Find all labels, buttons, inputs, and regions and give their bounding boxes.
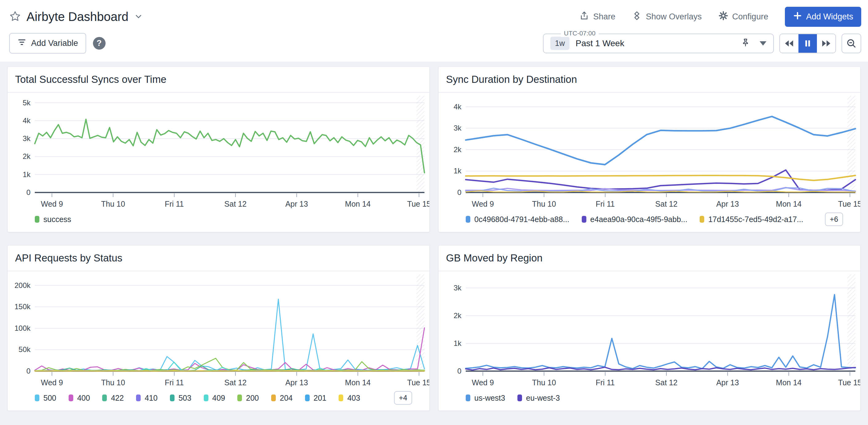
pause-button[interactable] xyxy=(799,34,817,53)
legend-overflow-badge[interactable]: +6 xyxy=(825,212,843,226)
legend-item[interactable]: 500 xyxy=(35,394,56,402)
share-button[interactable]: Share xyxy=(579,11,615,23)
svg-text:Fri 11: Fri 11 xyxy=(596,200,615,208)
svg-text:3k: 3k xyxy=(23,134,31,143)
svg-text:2k: 2k xyxy=(454,145,462,154)
legend-label: 410 xyxy=(145,394,158,402)
legend-item[interactable]: 200 xyxy=(237,394,259,402)
svg-text:Fri 11: Fri 11 xyxy=(165,378,184,387)
svg-text:Mon 14: Mon 14 xyxy=(345,200,371,208)
widget-title: Total Successful Syncs over Time xyxy=(8,67,429,93)
chart-legend: 0c49680d-4791-4ebb-a88...e4aea90a-90ca-4… xyxy=(439,209,860,232)
legend-label: success xyxy=(43,215,71,224)
configure-button[interactable]: Configure xyxy=(718,11,768,23)
legend-item[interactable]: us-west3 xyxy=(466,394,505,402)
legend-color-chip xyxy=(102,395,107,401)
widget-title: GB Moved by Region xyxy=(439,245,860,271)
show-overlays-button[interactable]: Show Overlays xyxy=(632,11,702,23)
add-widgets-button[interactable]: Add Widgets xyxy=(785,7,861,27)
line-chart[interactable]: 4k3k2k1k0Wed 9Thu 10Fri 11Sat 12Apr 13Mo… xyxy=(439,93,860,209)
zoom-out-button[interactable] xyxy=(841,34,861,53)
dropdown-caret-icon[interactable] xyxy=(760,41,767,45)
line-chart[interactable]: 3k2k1k0Wed 9Thu 10Fri 11Sat 12Apr 13Mon … xyxy=(439,271,860,388)
legend-item[interactable]: success xyxy=(35,215,71,224)
svg-text:2k: 2k xyxy=(23,152,31,160)
time-range-picker[interactable]: UTC-07:00 1w Past 1 Week xyxy=(543,34,774,53)
legend-item[interactable]: 0c49680d-4791-4ebb-a88... xyxy=(466,215,569,224)
svg-text:Sat 12: Sat 12 xyxy=(655,378,678,387)
legend-item[interactable]: e4aea90a-90ca-49f5-9abb... xyxy=(582,215,688,224)
legend-label: 17d1455c-7ed5-49d2-a17... xyxy=(708,215,803,224)
svg-text:Tue 15: Tue 15 xyxy=(838,200,860,208)
star-icon[interactable] xyxy=(9,10,21,23)
legend-item[interactable]: 204 xyxy=(271,394,293,402)
svg-text:Apr 13: Apr 13 xyxy=(716,200,739,208)
legend-overflow-badge[interactable]: +4 xyxy=(394,391,412,405)
legend-label: 500 xyxy=(43,394,56,402)
legend-item[interactable]: 400 xyxy=(69,394,90,402)
legend-color-chip xyxy=(204,395,208,401)
legend-color-chip xyxy=(305,395,310,401)
line-chart[interactable]: 200k150k100k50k0Wed 9Thu 10Fri 11Sat 12A… xyxy=(8,271,429,388)
svg-text:Fri 11: Fri 11 xyxy=(596,378,615,387)
chevron-down-icon[interactable] xyxy=(134,12,143,22)
svg-text:0: 0 xyxy=(457,188,461,196)
legend-item[interactable]: 410 xyxy=(136,394,158,402)
legend-color-chip xyxy=(170,395,175,401)
overlays-icon xyxy=(632,11,642,23)
gear-icon xyxy=(718,11,728,23)
svg-text:Apr 13: Apr 13 xyxy=(285,200,308,208)
svg-text:Sat 12: Sat 12 xyxy=(224,200,247,208)
svg-text:2k: 2k xyxy=(454,311,462,320)
legend-item[interactable]: 201 xyxy=(305,394,327,402)
svg-text:Sat 12: Sat 12 xyxy=(224,378,247,387)
time-nav-group xyxy=(779,34,836,53)
svg-text:4k: 4k xyxy=(454,102,462,111)
svg-text:1k: 1k xyxy=(454,166,462,175)
svg-text:0: 0 xyxy=(27,367,30,375)
time-backward-button[interactable] xyxy=(780,34,799,53)
svg-text:Apr 13: Apr 13 xyxy=(716,378,739,387)
filter-icon xyxy=(17,37,27,49)
legend-item[interactable]: 503 xyxy=(170,394,191,402)
configure-label: Configure xyxy=(732,12,768,22)
pin-icon[interactable] xyxy=(741,38,750,49)
svg-text:5k: 5k xyxy=(23,98,31,107)
show-overlays-label: Show Overlays xyxy=(646,12,702,22)
toolbar-row: Add Variable ? UTC-07:00 1w Past 1 Week xyxy=(0,29,868,62)
dashboard-grid: Total Successful Syncs over Time 5k4k3k2… xyxy=(0,62,868,418)
svg-text:200k: 200k xyxy=(14,281,31,290)
dashboard-title-group[interactable]: Airbyte Dashboard xyxy=(9,10,143,24)
widget-api-requests-by-status: API Requests by Status 200k150k100k50k0W… xyxy=(7,245,430,411)
chart-legend: us-west3eu-west-3 xyxy=(439,388,860,411)
svg-text:3k: 3k xyxy=(454,284,462,292)
svg-text:Tue 15: Tue 15 xyxy=(838,378,860,387)
legend-color-chip xyxy=(271,395,276,401)
add-variable-button[interactable]: Add Variable xyxy=(9,33,86,54)
svg-text:Mon 14: Mon 14 xyxy=(345,378,371,387)
widget-title: API Requests by Status xyxy=(8,245,429,271)
legend-color-chip xyxy=(35,395,39,401)
svg-text:Wed 9: Wed 9 xyxy=(41,378,63,387)
chart-legend: 500400422410503409200204201403+4 xyxy=(8,388,429,411)
time-forward-button[interactable] xyxy=(817,34,835,53)
legend-item[interactable]: eu-west-3 xyxy=(518,394,560,402)
legend-item[interactable]: 422 xyxy=(102,394,124,402)
svg-text:Thu 10: Thu 10 xyxy=(532,378,556,387)
legend-item[interactable]: 17d1455c-7ed5-49d2-a17... xyxy=(700,215,803,224)
svg-text:4k: 4k xyxy=(23,116,31,125)
chart-legend: success xyxy=(8,209,429,232)
page-title: Airbyte Dashboard xyxy=(27,10,128,24)
svg-text:Thu 10: Thu 10 xyxy=(101,378,125,387)
legend-item[interactable]: 403 xyxy=(339,394,360,402)
add-widgets-label: Add Widgets xyxy=(806,12,853,22)
line-chart[interactable]: 5k4k3k2k1k0Wed 9Thu 10Fri 11Sat 12Apr 13… xyxy=(8,93,429,209)
legend-item[interactable]: 409 xyxy=(204,394,225,402)
share-label: Share xyxy=(593,12,615,22)
help-icon[interactable]: ? xyxy=(93,37,105,50)
legend-label: us-west3 xyxy=(474,394,505,402)
legend-color-chip xyxy=(466,216,470,223)
legend-label: 409 xyxy=(212,394,225,402)
svg-text:Sat 12: Sat 12 xyxy=(655,200,678,208)
time-range-badge: 1w xyxy=(550,37,569,50)
